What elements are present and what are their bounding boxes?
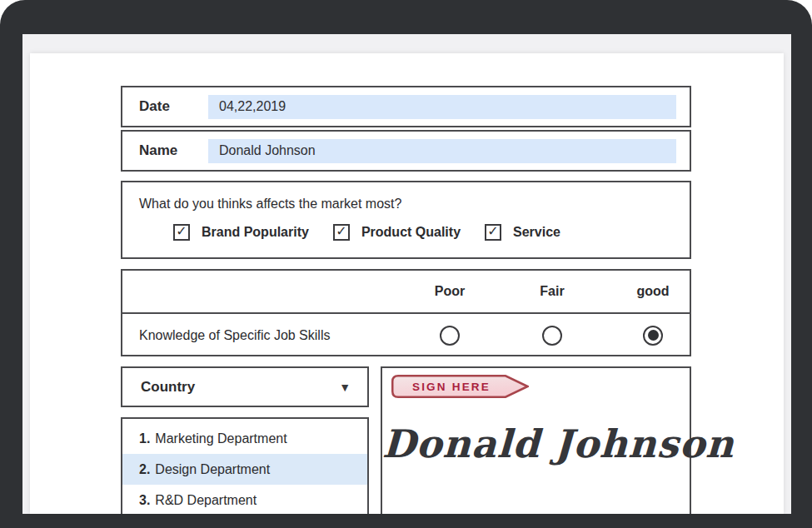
radio-good[interactable] <box>643 326 663 346</box>
list-item-label: R&D Department <box>155 493 257 508</box>
department-list: 1. Marketing Department 2. Design Depart… <box>121 417 369 514</box>
date-input[interactable]: 04,22,2019 <box>208 95 676 119</box>
question-text: What do you thinks affects the market mo… <box>122 182 690 212</box>
rating-table: Poor Fair good Knowledge of Specific Job… <box>121 269 691 356</box>
form-page: Date 04,22,2019 Name Donald Johnson What… <box>30 53 784 514</box>
column-header-fair: Fair <box>491 284 613 299</box>
list-item-rd-department[interactable]: 3. R&D Department <box>122 485 367 514</box>
sign-here-ribbon: SIGN HERE <box>391 375 529 398</box>
list-item-number: 2. <box>139 462 150 477</box>
name-label: Name <box>139 142 208 159</box>
checkbox-label: Brand Popularity <box>202 225 309 240</box>
radio-poor[interactable] <box>440 326 460 346</box>
rating-row-label: Knowledge of Specific Job Skills <box>122 328 408 343</box>
column-header-poor: Poor <box>408 284 491 299</box>
checkbox-option-product-quality[interactable]: ✓ Product Quality <box>333 224 461 241</box>
checkbox-icon[interactable]: ✓ <box>333 224 350 241</box>
country-select-label: Country <box>141 379 195 396</box>
checkbox-label: Product Quality <box>361 225 461 240</box>
checkbox-option-service[interactable]: ✓ Service <box>485 224 560 241</box>
chevron-down-icon: ▼ <box>339 381 351 393</box>
checkmark-icon: ✓ <box>487 225 498 238</box>
checkbox-group: ✓ Brand Popularity ✓ Product Quality ✓ S… <box>173 224 690 241</box>
list-item-marketing-department[interactable]: 1. Marketing Department <box>122 423 367 454</box>
sign-here-label: SIGN HERE <box>412 381 491 393</box>
checkbox-option-brand-popularity[interactable]: ✓ Brand Popularity <box>173 224 309 241</box>
rating-table-header: Poor Fair good <box>122 271 690 314</box>
list-item-number: 3. <box>139 493 150 508</box>
signature-value: Donald Johnson <box>381 416 690 471</box>
date-label: Date <box>139 98 208 115</box>
column-header-good: good <box>613 284 693 299</box>
name-value: Donald Johnson <box>219 143 316 158</box>
rating-table-row: Knowledge of Specific Job Skills <box>122 314 690 356</box>
tablet-screen: Date 04,22,2019 Name Donald Johnson What… <box>22 34 791 514</box>
list-item-number: 1. <box>139 431 150 446</box>
date-field-row: Date 04,22,2019 <box>121 86 691 127</box>
name-field-row: Name Donald Johnson <box>121 130 691 172</box>
checkbox-icon[interactable]: ✓ <box>173 224 190 241</box>
list-item-label: Design Department <box>155 462 270 477</box>
checkbox-icon[interactable]: ✓ <box>485 224 501 241</box>
date-value: 04,22,2019 <box>219 99 286 114</box>
country-select[interactable]: Country ▼ <box>121 366 369 407</box>
signature-box[interactable]: SIGN HERE Donald Johnson <box>381 366 691 514</box>
name-input[interactable]: Donald Johnson <box>208 139 676 163</box>
list-item-design-department[interactable]: 2. Design Department <box>122 454 367 485</box>
list-item-label: Marketing Department <box>155 431 286 446</box>
checkbox-label: Service <box>513 225 560 240</box>
checkmark-icon: ✓ <box>336 225 346 238</box>
market-question-box: What do you thinks affects the market mo… <box>121 181 691 259</box>
radio-fair[interactable] <box>542 326 562 346</box>
checkmark-icon: ✓ <box>176 225 187 238</box>
